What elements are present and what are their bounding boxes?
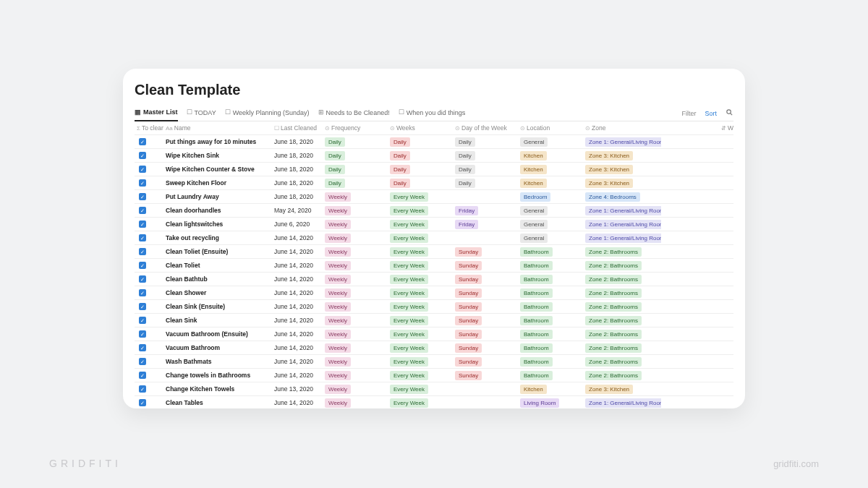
table-row[interactable]: Put things away for 10 minutesJune 18, 2…	[135, 135, 733, 149]
day-cell[interactable]: Sunday	[453, 247, 518, 257]
to-clean-checkbox[interactable]	[139, 248, 146, 255]
task-name[interactable]: Take out recycling	[163, 234, 272, 241]
task-name[interactable]: Clean Bathtub	[163, 275, 272, 283]
zone-cell[interactable]: Zone 3: Kitchen	[583, 151, 661, 160]
to-clean-checkbox[interactable]	[139, 193, 146, 200]
zone-cell[interactable]: Zone 2: Bathrooms	[583, 343, 661, 353]
task-name[interactable]: Change towels in Bathrooms	[163, 372, 272, 379]
frequency-cell[interactable]: Weekly	[323, 234, 388, 243]
location-cell[interactable]: General	[518, 206, 583, 215]
location-cell[interactable]: Bathroom	[518, 288, 583, 298]
location-cell[interactable]: Bathroom	[518, 343, 583, 353]
weeks-cell[interactable]: Every Week	[388, 398, 453, 408]
to-clean-checkbox[interactable]	[139, 179, 146, 187]
last-cleaned-date[interactable]: May 24, 2020	[272, 207, 323, 214]
table-row[interactable]: Clean TolietJune 14, 2020WeeklyEvery Wee…	[135, 259, 733, 273]
frequency-cell[interactable]: Weekly	[323, 247, 388, 257]
last-cleaned-date[interactable]: June 18, 2020	[272, 179, 323, 187]
weeks-cell[interactable]: Every Week	[388, 316, 453, 325]
table-row[interactable]: Put Laundry AwayJune 18, 2020WeeklyEvery…	[135, 190, 733, 204]
frequency-cell[interactable]: Weekly	[323, 275, 388, 284]
table-row[interactable]: Sweep Kitchen FloorJune 18, 2020DailyDai…	[135, 176, 733, 190]
header-day-of-week[interactable]: ⊙Day of the Week	[453, 124, 518, 132]
task-name[interactable]: Clean lightswitches	[163, 221, 272, 228]
location-cell[interactable]: Kitchen	[518, 385, 583, 394]
location-cell[interactable]: Kitchen	[518, 151, 583, 160]
frequency-cell[interactable]: Daily	[323, 165, 388, 174]
weeks-cell[interactable]: Every Week	[388, 261, 453, 270]
day-cell[interactable]: Sunday	[453, 343, 518, 353]
day-cell[interactable]: Daily	[453, 137, 518, 147]
location-cell[interactable]: Bathroom	[518, 261, 583, 270]
last-cleaned-date[interactable]: June 14, 2020	[272, 248, 323, 255]
table-row[interactable]: Wipe Kitchen Counter & StoveJune 18, 202…	[135, 163, 733, 176]
task-name[interactable]: Put Laundry Away	[163, 193, 272, 200]
table-row[interactable]: Clean lightswitchesJune 6, 2020WeeklyEve…	[135, 218, 733, 231]
zone-cell[interactable]: Zone 2: Bathrooms	[583, 302, 661, 312]
to-clean-checkbox[interactable]	[139, 372, 146, 379]
day-cell[interactable]: Sunday	[453, 316, 518, 325]
table-row[interactable]: Vacuum Bathroom (Ensuite)June 14, 2020We…	[135, 328, 733, 341]
location-cell[interactable]: Bathroom	[518, 357, 583, 367]
to-clean-checkbox[interactable]	[139, 207, 146, 214]
day-cell[interactable]: Sunday	[453, 261, 518, 270]
frequency-cell[interactable]: Daily	[323, 179, 388, 188]
task-name[interactable]: Put things away for 10 minutes	[163, 138, 272, 145]
to-clean-checkbox[interactable]	[139, 358, 146, 365]
task-name[interactable]: Clean Sink (Ensuite)	[163, 303, 272, 310]
to-clean-checkbox[interactable]	[139, 344, 146, 351]
day-cell[interactable]: Friday	[453, 206, 518, 215]
to-clean-checkbox[interactable]	[139, 275, 146, 283]
day-cell[interactable]: Daily	[453, 165, 518, 174]
last-cleaned-date[interactable]: June 14, 2020	[272, 262, 323, 269]
tab-view[interactable]: ▦Master List	[135, 106, 178, 121]
last-cleaned-date[interactable]: June 18, 2020	[272, 152, 323, 159]
day-cell[interactable]: Sunday	[453, 302, 518, 312]
table-row[interactable]: Clean SinkJune 14, 2020WeeklyEvery WeekS…	[135, 314, 733, 328]
last-cleaned-date[interactable]: June 18, 2020	[272, 193, 323, 200]
to-clean-checkbox[interactable]	[139, 234, 146, 241]
to-clean-checkbox[interactable]	[139, 385, 146, 393]
weeks-cell[interactable]: Daily	[388, 151, 453, 160]
header-frequency[interactable]: ⊙Frequency	[323, 124, 388, 132]
filter-button[interactable]: Filter	[681, 110, 696, 117]
weeks-cell[interactable]: Daily	[388, 165, 453, 174]
location-cell[interactable]: General	[518, 234, 583, 243]
header-name[interactable]: AaName	[163, 124, 272, 132]
table-row[interactable]: Change Kitchen TowelsJune 13, 2020Weekly…	[135, 382, 733, 396]
weeks-cell[interactable]: Every Week	[388, 357, 453, 367]
tab-view[interactable]: ☐TODAY	[187, 106, 216, 121]
table-row[interactable]: Change towels in BathroomsJune 14, 2020W…	[135, 369, 733, 382]
weeks-cell[interactable]: Every Week	[388, 330, 453, 339]
weeks-cell[interactable]: Every Week	[388, 302, 453, 312]
task-name[interactable]: Vacuum Bathroom	[163, 344, 272, 351]
table-row[interactable]: Clean Toliet (Ensuite)June 14, 2020Weekl…	[135, 245, 733, 259]
zone-cell[interactable]: Zone 2: Bathrooms	[583, 247, 661, 257]
last-cleaned-date[interactable]: June 14, 2020	[272, 372, 323, 379]
frequency-cell[interactable]: Weekly	[323, 330, 388, 339]
frequency-cell[interactable]: Weekly	[323, 316, 388, 325]
last-cleaned-date[interactable]: June 14, 2020	[272, 275, 323, 283]
table-row[interactable]: Vacuum BathroomJune 14, 2020WeeklyEvery …	[135, 341, 733, 355]
to-clean-checkbox[interactable]	[139, 221, 146, 228]
zone-cell[interactable]: Zone 3: Kitchen	[583, 385, 661, 394]
day-cell[interactable]: Sunday	[453, 275, 518, 284]
last-cleaned-date[interactable]: June 18, 2020	[272, 138, 323, 145]
weeks-cell[interactable]: Daily	[388, 179, 453, 188]
last-cleaned-date[interactable]: June 13, 2020	[272, 385, 323, 393]
task-name[interactable]: Clean Toliet	[163, 262, 272, 269]
day-cell[interactable]: Friday	[453, 220, 518, 229]
day-cell[interactable]: Sunday	[453, 357, 518, 367]
header-weeks[interactable]: ⊙Weeks	[388, 124, 453, 132]
tab-view[interactable]: ⊞Needs to Be Cleaned!	[318, 106, 390, 121]
zone-cell[interactable]: Zone 2: Bathrooms	[583, 357, 661, 367]
location-cell[interactable]: Bathroom	[518, 247, 583, 257]
tab-view[interactable]: ☐When you did things	[399, 106, 466, 121]
to-clean-checkbox[interactable]	[139, 262, 146, 269]
last-cleaned-date[interactable]: June 14, 2020	[272, 358, 323, 365]
to-clean-checkbox[interactable]	[139, 289, 146, 296]
frequency-cell[interactable]: Weekly	[323, 192, 388, 202]
zone-cell[interactable]: Zone 2: Bathrooms	[583, 261, 661, 270]
last-cleaned-date[interactable]: June 14, 2020	[272, 330, 323, 338]
task-name[interactable]: Clean Shower	[163, 289, 272, 296]
